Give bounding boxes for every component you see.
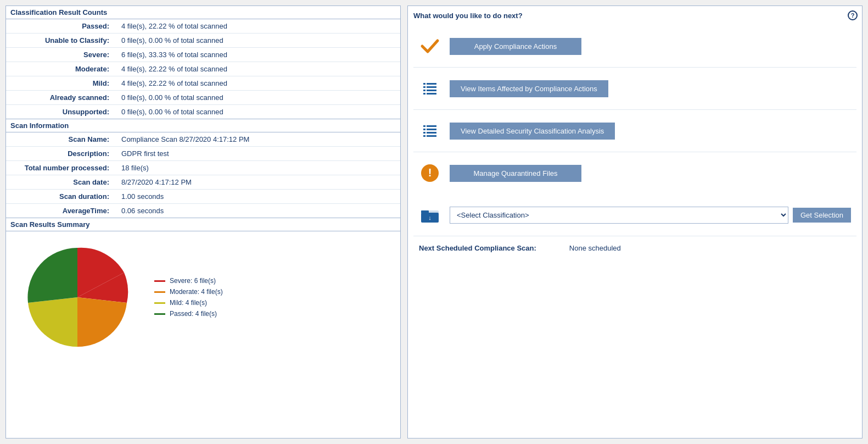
action-button-manage-quarantine[interactable]: Manage Quarantined Files [450,165,581,182]
mild-slice [28,297,77,347]
scheduled-value: None scheduled [569,244,621,252]
action-button-view-security[interactable]: View Detailed Security Classification An… [450,123,615,140]
table-row: Moderate:4 file(s), 22.22 % of total sca… [6,62,400,76]
svg-rect-8 [427,93,436,95]
left-panel: Classification Result Counts Passed:4 fi… [5,5,401,439]
row-label: Severe: [6,48,116,62]
svg-rect-5 [423,90,425,91]
legend-label: Mild: 4 file(s) [170,299,207,307]
table-row: Already scanned:0 file(s), 0.00 % of tot… [6,91,400,105]
svg-rect-14 [427,132,436,134]
svg-rect-2 [427,83,436,85]
classification-header: Classification Result Counts [6,6,400,19]
row-label: AverageTime: [6,204,116,218]
row-value: 4 file(s), 22.22 % of total scanned [116,76,400,91]
classification-select[interactable]: <Select Classification> [450,207,788,224]
row-label: Unable to Classify: [6,34,116,48]
table-row: Scan date:8/27/2020 4:17:12 PM [6,175,400,190]
row-label: Total number processed: [6,161,116,175]
svg-rect-6 [427,90,436,91]
table-row: AverageTime:0.06 seconds [6,204,400,218]
legend-color [154,302,165,304]
row-value: Compliance Scan 8/27/2020 4:17:12 PM [116,132,400,147]
scan-results-section: Scan Results Summary [5,218,401,439]
svg-rect-7 [423,93,425,95]
table-row: Total number processed:18 file(s) [6,161,400,175]
row-label: Already scanned: [6,91,116,105]
table-row: Scan Name:Compliance Scan 8/27/2020 4:17… [6,132,400,147]
scheduled-scan-row: Next Scheduled Compliance Scan: None sch… [413,236,856,257]
svg-rect-21 [421,210,429,213]
svg-text:!: ! [428,166,432,179]
action-row-view-items: View Items Affected by Compliance Action… [413,68,856,110]
scan-info-section: Scan Information Scan Name:Compliance Sc… [5,119,401,218]
action-icon-view-items [419,77,441,99]
classification-section: Classification Result Counts Passed:4 fi… [5,5,401,119]
svg-text:↓: ↓ [428,214,432,221]
right-panel-title: What would you like to do next? [413,12,856,20]
right-panel: What would you like to do next? ? Apply … [407,5,863,439]
pie-svg [23,242,132,352]
row-value: 4 file(s), 22.22 % of total scanned [116,19,400,34]
row-value: GDPR first test [116,147,400,161]
row-label: Scan duration: [6,190,116,204]
legend-item: Severe: 6 file(s) [154,277,223,285]
legend-label: Moderate: 4 file(s) [170,288,223,296]
classification-table: Passed:4 file(s), 22.22 % of total scann… [6,19,400,119]
svg-rect-10 [427,125,436,127]
action-icon-view-security [419,120,441,142]
select-row: <Select Classification> Get Selection [450,207,851,224]
svg-rect-4 [427,86,436,88]
chart-container: Severe: 6 file(s)Moderate: 4 file(s)Mild… [6,231,400,363]
table-row: Description:GDPR first test [6,147,400,161]
folder-icon: ↓ [419,204,441,226]
row-label: Mild: [6,76,116,91]
row-value: 6 file(s), 33.33 % of total scanned [116,48,400,62]
row-label: Unsupported: [6,105,116,119]
legend-color [154,313,165,315]
svg-rect-11 [423,129,425,130]
checkmark-icon [420,36,440,56]
list-icon [420,79,440,98]
row-label: Scan date: [6,175,116,190]
svg-rect-9 [423,125,425,127]
scan-info-table: Scan Name:Compliance Scan 8/27/2020 4:17… [6,132,400,218]
svg-rect-15 [423,135,425,137]
table-row: Mild:4 file(s), 22.22 % of total scanned [6,76,400,91]
table-row: Scan duration:1.00 seconds [6,190,400,204]
legend-label: Severe: 6 file(s) [170,277,216,285]
get-selection-button[interactable]: Get Selection [793,208,851,223]
legend-item: Passed: 4 file(s) [154,310,223,318]
action-row-apply-compliance: Apply Compliance Actions [413,25,856,68]
help-icon[interactable]: ? [848,10,858,20]
row-value: 4 file(s), 22.22 % of total scanned [116,62,400,76]
svg-rect-13 [423,132,425,134]
scan-info-header: Scan Information [6,119,400,132]
action-button-apply-compliance[interactable]: Apply Compliance Actions [450,38,581,55]
row-label: Moderate: [6,62,116,76]
row-label: Scan Name: [6,132,116,147]
svg-rect-3 [423,86,425,88]
table-row: Passed:4 file(s), 22.22 % of total scann… [6,19,400,34]
scan-results-header: Scan Results Summary [6,218,400,231]
row-value: 8/27/2020 4:17:12 PM [116,175,400,190]
svg-rect-1 [423,83,425,85]
row-value: 0 file(s), 0.00 % of total scanned [116,34,400,48]
passed-slice [27,248,77,303]
legend-color [154,280,165,282]
action-row-view-security: View Detailed Security Classification An… [413,110,856,152]
svg-rect-12 [427,129,436,130]
row-value: 0.06 seconds [116,204,400,218]
warning-icon: ! [420,163,440,183]
row-value: 1.00 seconds [116,190,400,204]
row-label: Passed: [6,19,116,34]
row-value: 0 file(s), 0.00 % of total scanned [116,105,400,119]
action-icon-manage-quarantine: ! [419,162,441,184]
legend-item: Moderate: 4 file(s) [154,288,223,296]
action-button-view-items[interactable]: View Items Affected by Compliance Action… [450,80,608,97]
moderate-slice [77,297,127,347]
legend-color [154,291,165,293]
select-action-row: ↓ <Select Classification> Get Selection [413,194,856,236]
list-icon [420,121,440,141]
chart-legend: Severe: 6 file(s)Moderate: 4 file(s)Mild… [154,277,223,318]
